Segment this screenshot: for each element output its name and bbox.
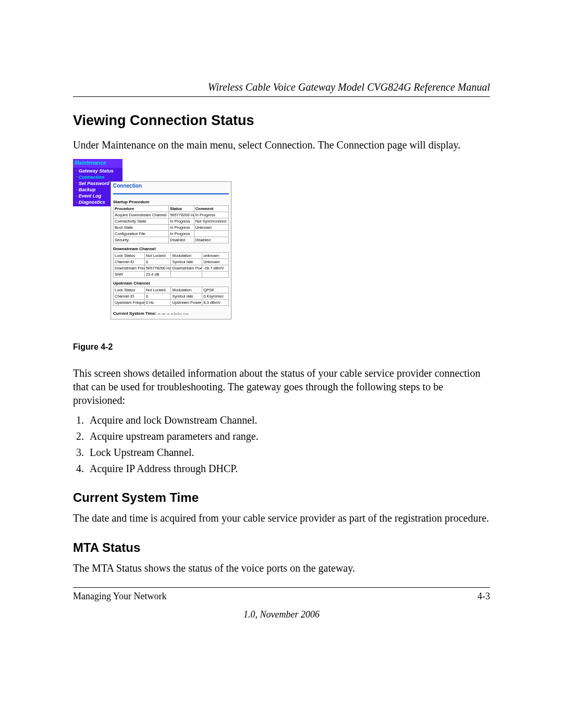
provisioning-steps: Acquire and lock Downstream Channel.Acqu… (73, 414, 490, 475)
table-cell: Symbol rate (171, 259, 202, 265)
table-cell: Not Locked (144, 287, 171, 293)
table-cell (202, 272, 229, 278)
table-row: Acquire Downstream Channel565778200 HzIn… (114, 212, 229, 218)
divider (73, 587, 490, 588)
table-cell: In Progress (194, 212, 228, 218)
list-item: Lock Upstream Channel. (87, 447, 490, 459)
intro-paragraph: Under Maintenance on the main menu, sele… (73, 138, 490, 152)
table-cell: Not Synchronized (194, 218, 228, 225)
table-cell: Lock Status (114, 287, 145, 293)
header-title: Wireless Cable Voice Gateway Model CVG82… (73, 81, 490, 93)
footer-page-number: 4-3 (478, 591, 490, 602)
panel-separator (113, 189, 229, 194)
systime-value: -- --- -- --:--:-- ---- (157, 311, 189, 316)
footer: Managing Your Network 4-3 (73, 591, 490, 602)
table-row: Channel ID0Symbol rateUnknown (114, 259, 229, 265)
table-cell: 0 Hz (144, 300, 171, 306)
bullet-icon: • (76, 193, 77, 199)
table-row: Lock StatusNot LockedModulationQPSK (114, 287, 229, 293)
table-cell: Modulation (171, 287, 202, 293)
table-cell: Unknown (194, 225, 228, 231)
table-row: Lock StatusNot LockedModulationunknown (114, 253, 229, 259)
systime-label: Current System Time: (113, 311, 156, 316)
figure-caption: Figure 4-2 (73, 342, 490, 352)
table-header: Procedure (114, 206, 169, 212)
table-cell: Connectivity State (114, 218, 169, 225)
heading-mta-status: MTA Status (73, 540, 490, 555)
list-item: Acquire and lock Downstream Channel. (87, 414, 490, 426)
bullet-icon: • (76, 200, 77, 205)
table-cell: In Progress (169, 225, 194, 231)
bullet-icon: • (76, 180, 77, 186)
document-page: Wireless Cable Voice Gateway Model CVG82… (0, 0, 563, 728)
table-cell: 23.4 dB (144, 272, 171, 278)
heading-current-system-time: Current System Time (73, 490, 490, 505)
startup-table: ProcedureStatusComment Acquire Downstrea… (113, 205, 229, 243)
table-cell: Channel ID (114, 293, 145, 300)
bullet-icon: • (76, 174, 77, 180)
heading-viewing-connection-status: Viewing Connection Status (73, 113, 490, 129)
nav-category: Maintenance (73, 159, 123, 168)
upstream-heading: Upstream Channel (113, 281, 229, 286)
table-cell: Channel ID (114, 259, 145, 265)
table-cell: unknown (202, 253, 229, 259)
table-row: Channel ID0Symbol rate0 Ksym/sec (114, 293, 229, 300)
table-cell (194, 231, 228, 237)
table-header: Status (169, 206, 194, 212)
nav-link-label: Backup (79, 187, 96, 193)
nav-link-label: Event Log (79, 193, 102, 199)
connection-panel: Connection Startup Procedure ProcedureSt… (111, 181, 231, 319)
table-cell: Downstream Power (171, 265, 202, 272)
table-cell: QPSK (202, 287, 229, 293)
table-cell: 0 (144, 259, 171, 265)
panel-title: Connection (113, 182, 229, 189)
table-row: Downstream Frequency565778200 HzDownstre… (114, 265, 229, 272)
table-cell: Security (114, 237, 169, 243)
table-cell: SNR (114, 272, 145, 278)
table-row: SNR23.4 dB (114, 272, 229, 278)
downstream-table: Lock StatusNot LockedModulationunknownCh… (113, 252, 229, 278)
nav-link[interactable]: •Connection (73, 174, 123, 180)
table-header: Comment (194, 206, 228, 212)
nav-link-label: Set Password (79, 180, 109, 187)
table-cell: In Progress (169, 218, 194, 225)
bullet-icon: • (76, 187, 77, 193)
downstream-heading: Downstream Channel (113, 246, 229, 251)
divider (73, 96, 490, 97)
table-cell: Boot State (114, 225, 169, 231)
table-cell: Disabled (194, 237, 228, 243)
table-row: Boot StateIn ProgressUnknown (114, 225, 229, 231)
table-cell: Acquire Downstream Channel (114, 212, 169, 218)
table-cell: In Progress (169, 231, 194, 237)
nav-link-label: Diagnostics (79, 199, 105, 205)
table-cell: 0 Ksym/sec (202, 293, 229, 300)
nav-link-label: Gateway Status (79, 168, 114, 174)
table-cell: 0 (144, 293, 171, 300)
table-cell: Upstream Frequency (114, 300, 145, 306)
table-cell: 8.3 dBmV (202, 300, 229, 306)
table-cell: Upstream Power (171, 300, 202, 306)
upstream-table: Lock StatusNot LockedModulationQPSKChann… (113, 287, 229, 306)
table-row: SecurityDisabledDisabled (114, 237, 229, 243)
table-cell: Symbol rate (171, 293, 202, 300)
table-cell: Unknown (202, 259, 229, 265)
cst-paragraph: The date and time is acquired from your … (73, 511, 490, 525)
bullet-icon: • (76, 168, 77, 174)
table-cell (171, 272, 202, 278)
table-cell: Disabled (169, 237, 194, 243)
table-cell: Configuration File (114, 231, 169, 237)
table-cell: Downstream Frequency (114, 265, 145, 272)
list-item: Acquire IP Address through DHCP. (87, 463, 490, 475)
mta-paragraph: The MTA Status shows the status of the v… (73, 561, 490, 575)
footer-left: Managing Your Network (73, 591, 167, 602)
connection-screenshot: Maintenance •Gateway Status•Connection•S… (73, 159, 229, 336)
table-row: Upstream Frequency0 HzUpstream Power8.3 … (114, 300, 229, 306)
nav-link[interactable]: •Gateway Status (73, 168, 123, 174)
list-item: Acquire upstream parameters and range. (87, 430, 490, 442)
table-row: Connectivity StateIn ProgressNot Synchro… (114, 218, 229, 225)
table-row: Configuration FileIn Progress (114, 231, 229, 237)
nav-link-label: Connection (79, 174, 105, 180)
body-paragraph: This screen shows detailed information a… (73, 366, 490, 407)
table-cell: Lock Status (114, 253, 145, 259)
table-cell: Modulation (171, 253, 202, 259)
